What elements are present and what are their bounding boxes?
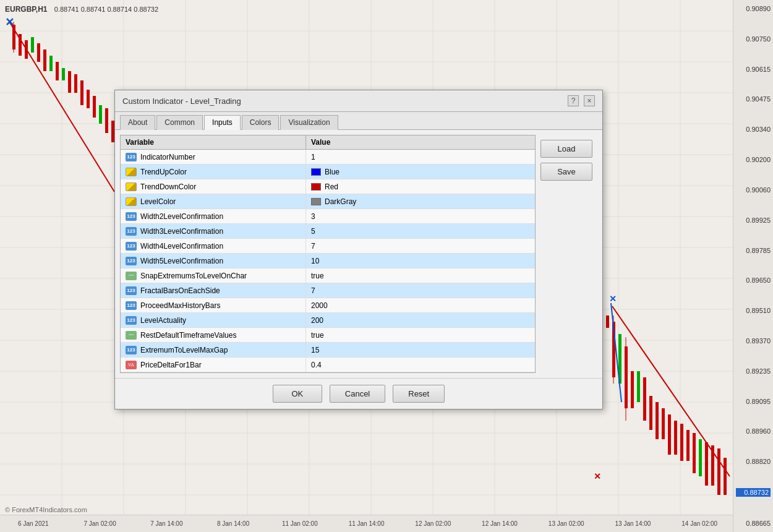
color-swatch-1 <box>311 168 321 176</box>
svg-rect-45 <box>105 108 108 133</box>
table-row[interactable]: 123 ProceedMaxHistoryBars 2000 <box>121 298 535 313</box>
time-label-8: 12 Jan 14:00 <box>466 520 533 527</box>
cell-val-9: 7 <box>306 283 535 298</box>
color-swatch-2 <box>311 183 321 191</box>
cell-var-7: 123 Width5LevelConfirmation <box>121 254 306 268</box>
icon-color-2 <box>126 182 137 191</box>
cancel-button[interactable]: Cancel <box>330 385 385 403</box>
time-label-11: 14 Jan 02:00 <box>666 520 733 527</box>
price-label-11: 0.89510 <box>736 307 771 314</box>
dialog-close-button[interactable]: × <box>584 95 595 106</box>
table-row[interactable]: 123 IndicatorNumber 1 <box>121 150 535 165</box>
tab-common[interactable]: Common <box>156 115 203 130</box>
var-value-10: 2000 <box>311 301 328 310</box>
cell-var-11: 123 LevelActuality <box>121 313 306 327</box>
icon-123-13: 123 <box>126 346 137 354</box>
icon-color-1 <box>126 168 137 176</box>
reset-button[interactable]: Reset <box>393 385 445 403</box>
svg-rect-61 <box>656 402 659 439</box>
cell-var-2: TrendDownColor <box>121 179 306 194</box>
table-row[interactable]: 〰 RestDefaultTimeframeValues true <box>121 328 535 343</box>
cell-var-4: 123 Width2LevelConfirmation <box>121 209 306 223</box>
icon-pricedelta-14: VΔ <box>126 361 137 369</box>
svg-rect-64 <box>674 421 677 455</box>
var-name-14: PriceDeltaFor1Bar <box>140 361 202 369</box>
table-row[interactable]: LevelColor DarkGray <box>121 194 535 209</box>
time-label-7: 12 Jan 02:00 <box>399 520 466 527</box>
chart-watermark: © ForexMT4Indicators.com <box>5 506 87 513</box>
table-header: Variable Value <box>121 135 535 150</box>
svg-rect-67 <box>693 433 696 473</box>
svg-rect-44 <box>99 105 102 124</box>
cell-val-11: 200 <box>306 313 535 327</box>
tab-colors[interactable]: Colors <box>242 115 280 130</box>
dialog: Custom Indicator - Level_Trading ? × Abo… <box>114 90 603 410</box>
cell-val-13: 15 <box>306 343 535 357</box>
var-value-5: 5 <box>311 227 315 236</box>
price-label-18: 0.88665 <box>736 520 771 527</box>
load-button[interactable]: Load <box>540 140 592 158</box>
col-variable-header: Variable <box>121 135 306 149</box>
var-name-11: LevelActuality <box>140 316 186 325</box>
table-row[interactable]: TrendDownColor Red <box>121 179 535 194</box>
dialog-help-button[interactable]: ? <box>568 95 579 106</box>
var-value-1: Blue <box>325 168 340 176</box>
dialog-titlebar: Custom Indicator - Level_Trading ? × <box>115 90 602 112</box>
var-name-9: FractalBarsOnEachSide <box>140 286 220 295</box>
svg-rect-72 <box>724 458 727 495</box>
var-value-13: 15 <box>311 346 319 354</box>
price-label-16: 0.88820 <box>736 458 771 465</box>
ok-button[interactable]: OK <box>273 385 322 403</box>
table-row[interactable]: 123 FractalBarsOnEachSide 7 <box>121 283 535 298</box>
table-row[interactable]: 123 Width5LevelConfirmation 10 <box>121 254 535 268</box>
icon-wave-8: 〰 <box>126 272 137 280</box>
cell-val-5: 5 <box>306 224 535 238</box>
col-value-header: Value <box>306 135 535 149</box>
cell-var-13: 123 ExtremumToLevelMaxGap <box>121 343 306 357</box>
svg-rect-59 <box>643 377 646 421</box>
price-label-14: 0.89095 <box>736 398 771 405</box>
table-row[interactable]: 123 Width2LevelConfirmation 3 <box>121 209 535 224</box>
table-row[interactable]: TrendUpColor Blue <box>121 165 535 179</box>
tab-about[interactable]: About <box>120 115 155 130</box>
data-table: Variable Value 123 IndicatorNumber 1 Tre… <box>120 135 536 373</box>
icon-123-4: 123 <box>126 212 137 221</box>
var-name-8: SnapExtremumsToLevelOnChar <box>140 272 247 280</box>
table-row[interactable]: 〰 SnapExtremumsToLevelOnChar true <box>121 268 535 283</box>
svg-rect-65 <box>680 424 683 461</box>
dialog-title: Custom Indicator - Level_Trading <box>122 97 241 106</box>
icon-color-3 <box>126 197 137 206</box>
tab-visualization[interactable]: Visualization <box>280 115 338 130</box>
price-label-8: 0.89925 <box>736 217 771 224</box>
tab-inputs[interactable]: Inputs <box>204 115 241 130</box>
var-value-12: true <box>311 331 324 340</box>
svg-rect-31 <box>19 34 22 56</box>
save-button[interactable]: Save <box>540 163 592 181</box>
svg-rect-63 <box>668 414 671 455</box>
svg-rect-32 <box>25 40 28 59</box>
time-label-5: 11 Jan 02:00 <box>267 520 333 527</box>
table-row[interactable]: 123 LevelActuality 200 <box>121 313 535 328</box>
time-label-9: 13 Jan 02:00 <box>533 520 600 527</box>
icon-123-0: 123 <box>126 153 137 161</box>
cell-val-2: Red <box>306 179 535 194</box>
cell-var-0: 123 IndicatorNumber <box>121 150 306 164</box>
price-label-4: 0.90475 <box>736 95 771 103</box>
cell-var-12: 〰 RestDefaultTimeframeValues <box>121 328 306 342</box>
chart-symbol: EURGBP,H1 <box>5 5 47 14</box>
table-row[interactable]: 123 ExtremumToLevelMaxGap 15 <box>121 343 535 358</box>
svg-rect-51 <box>606 315 609 328</box>
svg-rect-42 <box>87 90 90 108</box>
icon-123-5: 123 <box>126 227 137 236</box>
table-row[interactable]: 123 Width3LevelConfirmation 5 <box>121 224 535 239</box>
price-label-7: 0.90060 <box>736 186 771 194</box>
var-name-6: Width4LevelConfirmation <box>140 242 223 251</box>
table-row[interactable]: VΔ PriceDeltaFor1Bar 0.4 <box>121 358 535 372</box>
var-name-1: TrendUpColor <box>140 168 187 176</box>
cell-val-3: DarkGray <box>306 194 535 208</box>
var-value-3: DarkGray <box>325 197 356 206</box>
icon-123-6: 123 <box>126 242 137 251</box>
cell-var-10: 123 ProceedMaxHistoryBars <box>121 298 306 312</box>
time-label-10: 13 Jan 14:00 <box>600 520 667 527</box>
table-row[interactable]: 123 Width4LevelConfirmation 7 <box>121 239 535 254</box>
